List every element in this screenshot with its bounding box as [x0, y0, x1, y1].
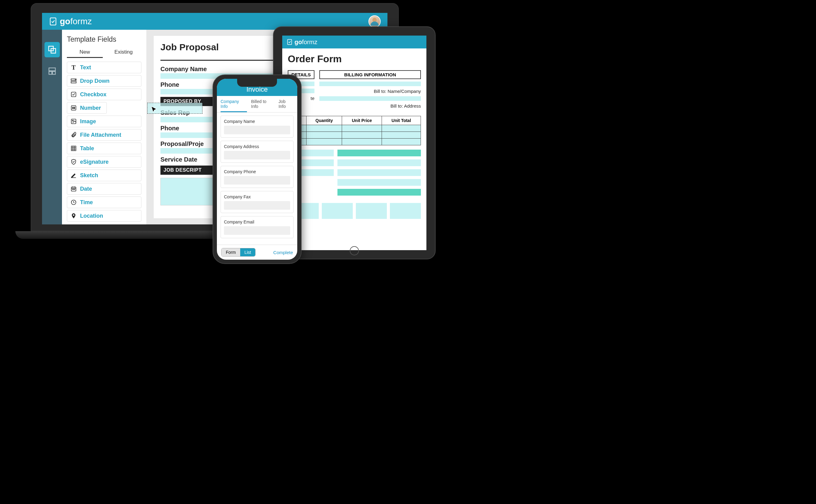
form-label: Bill to: Address: [319, 103, 421, 109]
svg-rect-5: [52, 71, 55, 74]
field-date[interactable]: Date: [67, 183, 141, 195]
table-cell[interactable]: [342, 139, 382, 145]
rail-fields-button[interactable]: [44, 42, 60, 57]
calendar-icon: [70, 185, 77, 192]
checkbox-icon: [70, 91, 77, 98]
col-header: Unit Price: [342, 116, 382, 125]
field-checkbox[interactable]: Checkbox: [67, 89, 141, 100]
form-label: Bill to: Name/Company: [319, 89, 421, 94]
field-file-attachment[interactable]: File Attachment: [67, 129, 141, 141]
location-pin-icon: [70, 212, 77, 219]
tab-existing[interactable]: Existing: [106, 47, 142, 58]
table-icon: [70, 145, 77, 152]
field-table[interactable]: Table: [67, 143, 141, 154]
number-icon: [70, 105, 77, 111]
image-icon: [70, 118, 77, 125]
field-sketch[interactable]: Sketch: [67, 170, 141, 181]
field-group: Company Fax: [220, 191, 293, 213]
clipboard-check-icon: [49, 17, 57, 26]
form-field[interactable]: [319, 82, 421, 86]
clipboard-check-icon: [286, 39, 293, 45]
table-cell[interactable]: [306, 125, 342, 132]
panel-title: Template Fields: [67, 35, 141, 44]
thumbnail[interactable]: [356, 203, 387, 219]
tab-billed-to-info[interactable]: Billed to Info: [251, 99, 274, 112]
phone-tabs: Company Info Billed to Info Job Info: [217, 96, 297, 113]
order-form-title: Order Form: [288, 53, 421, 65]
pencil-icon: [70, 172, 77, 179]
paperclip-icon: [70, 132, 77, 138]
rail-layout-button[interactable]: [44, 63, 60, 79]
section-header-billing: BILLING INFORMATION: [319, 70, 421, 79]
field-group: Company Email: [220, 216, 293, 238]
svg-point-14: [72, 189, 73, 190]
thumbnail[interactable]: [390, 203, 421, 219]
field-group: Company Address: [220, 141, 293, 163]
svg-point-11: [72, 120, 73, 121]
table-cell[interactable]: [382, 139, 421, 145]
table-cell[interactable]: [306, 139, 342, 145]
company-fax-input[interactable]: [224, 201, 290, 210]
svg-point-15: [73, 189, 74, 190]
form-field[interactable]: [319, 96, 421, 101]
field-label: Company Address: [224, 144, 290, 149]
field-text[interactable]: T Text: [67, 62, 141, 73]
svg-point-16: [75, 189, 75, 190]
order-items-table: tion Quantity Unit Price Unit Total: [288, 116, 421, 145]
overlap-squares-icon: [48, 45, 57, 54]
complete-button[interactable]: Complete: [273, 250, 293, 255]
field-group: Company Phone: [220, 166, 293, 188]
field-dropdown[interactable]: Drop Down: [67, 75, 141, 87]
field-time[interactable]: Time: [67, 197, 141, 208]
table-cell[interactable]: [342, 125, 382, 132]
company-name-input[interactable]: [224, 126, 290, 134]
dropdown-icon: [70, 78, 77, 84]
clock-icon: [70, 199, 77, 206]
table-cell[interactable]: [342, 132, 382, 139]
col-header: Unit Total: [382, 116, 421, 125]
form-field[interactable]: [337, 150, 421, 156]
company-email-input[interactable]: [224, 226, 290, 235]
tab-new[interactable]: New: [67, 47, 103, 58]
template-fields-panel: Template Fields New Existing T Text: [62, 30, 146, 224]
svg-rect-9: [71, 106, 76, 110]
svg-rect-18: [287, 40, 291, 45]
field-label: Company Name: [224, 119, 290, 124]
field-number[interactable]: Number: [67, 102, 107, 114]
left-rail: [42, 30, 62, 224]
phone-device: Invoice Company Info Billed to Info Job …: [213, 74, 301, 264]
brand-logo: goformz: [49, 17, 92, 26]
field-label: Company Email: [224, 220, 290, 224]
table-cell[interactable]: [382, 132, 421, 139]
field-location[interactable]: Location: [67, 210, 141, 222]
table-cell[interactable]: [306, 132, 342, 139]
field-image[interactable]: Image: [67, 116, 141, 127]
layout-icon: [48, 67, 56, 75]
tablet-home-button[interactable]: [350, 246, 359, 255]
form-view-button[interactable]: Form: [221, 248, 240, 256]
field-esignature[interactable]: eSignature: [67, 156, 141, 168]
text-icon: T: [70, 64, 77, 71]
list-view-button[interactable]: List: [240, 248, 255, 256]
cursor-icon: [150, 106, 159, 114]
table-cell[interactable]: [382, 125, 421, 132]
form-field[interactable]: [337, 189, 421, 196]
col-header: Quantity: [306, 116, 342, 125]
tablet-topbar: goformz: [282, 36, 427, 48]
view-toggle: Form List: [221, 248, 255, 257]
svg-rect-12: [71, 146, 76, 151]
svg-rect-3: [49, 68, 55, 71]
tab-job-info[interactable]: Job Info: [278, 99, 293, 112]
thumbnail[interactable]: [322, 203, 353, 219]
form-field[interactable]: [337, 179, 421, 186]
company-phone-input[interactable]: [224, 176, 290, 185]
svg-rect-0: [50, 18, 56, 25]
svg-rect-4: [49, 71, 52, 74]
user-avatar[interactable]: [368, 15, 381, 28]
tab-company-info[interactable]: Company Info: [220, 99, 247, 112]
company-address-input[interactable]: [224, 151, 290, 159]
field-group: Company Name: [220, 116, 293, 138]
form-field[interactable]: [337, 169, 421, 176]
svg-rect-7: [71, 82, 76, 83]
form-field[interactable]: [337, 159, 421, 166]
